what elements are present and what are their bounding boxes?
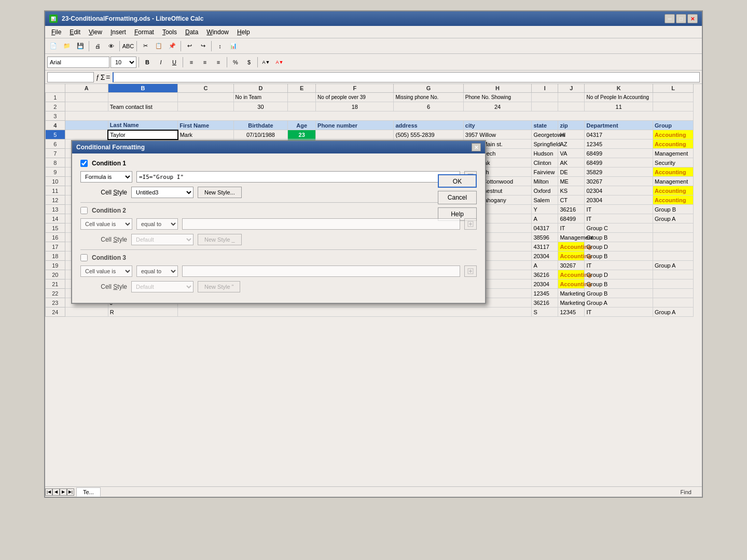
condition-3-ref-btn[interactable] <box>464 265 477 277</box>
cell-J14[interactable]: 68499 <box>558 214 585 223</box>
cell-K24[interactable]: IT <box>585 307 653 317</box>
condition-3-value-input[interactable] <box>182 265 460 277</box>
cell-K18[interactable]: Group B <box>585 251 653 261</box>
close-btn[interactable]: ✕ <box>687 14 698 23</box>
cell-L17[interactable] <box>653 242 694 251</box>
cell-K19[interactable]: IT <box>585 261 653 270</box>
cell-I20[interactable]: 36216 <box>532 270 558 279</box>
cell-L7[interactable]: Management <box>653 149 694 158</box>
cell-H2[interactable]: 24 <box>463 102 532 111</box>
sum-btn[interactable]: Σ <box>101 73 105 81</box>
cell-I5[interactable]: Georgetown <box>532 130 558 139</box>
col-D[interactable]: D <box>233 84 288 93</box>
cell-K23[interactable]: Group A <box>585 298 653 307</box>
cell-A24[interactable] <box>65 307 108 317</box>
condition-3-new-style-btn[interactable]: New Style " <box>198 281 240 292</box>
bg-color-btn[interactable]: A▼ <box>260 56 272 68</box>
cell-I21[interactable]: 20304 <box>532 279 558 289</box>
cell-G1[interactable]: Missing phone No. <box>394 93 463 102</box>
bold-btn[interactable]: B <box>141 56 154 68</box>
cell-K11[interactable]: 02304 <box>585 186 653 195</box>
cell-K16[interactable]: Group B <box>585 233 653 242</box>
cell-I23[interactable]: 36216 <box>532 298 558 307</box>
cell-K1[interactable]: No of People In Accounting <box>585 93 653 102</box>
cell-J21[interactable]: Accounting <box>558 279 585 289</box>
col-E[interactable]: E <box>288 84 316 93</box>
open-btn[interactable]: 📁 <box>61 40 73 52</box>
menu-format[interactable]: Format <box>130 27 158 37</box>
cell-K9[interactable]: 35829 <box>585 167 653 177</box>
percent-btn[interactable]: % <box>229 56 242 68</box>
spell-btn[interactable]: ABC <box>122 40 134 52</box>
cell-K15[interactable]: Group C <box>585 223 653 233</box>
cell-I1[interactable] <box>532 93 558 102</box>
function-wizard-btn[interactable]: ƒ <box>96 74 100 81</box>
paste-btn[interactable]: 📌 <box>166 40 178 52</box>
cell-I12[interactable]: Salem <box>532 195 558 205</box>
condition-2-new-style-btn[interactable]: New Style _ <box>198 234 242 245</box>
ok-button[interactable]: OK <box>438 174 477 188</box>
cell-K4[interactable]: Department <box>585 121 653 130</box>
col-K[interactable]: K <box>585 84 653 93</box>
cell-I14[interactable]: A <box>532 214 558 223</box>
minimize-btn[interactable]: ─ <box>665 14 675 23</box>
cell-I19[interactable]: A <box>532 261 558 270</box>
underline-btn[interactable]: U <box>168 56 181 68</box>
cell-D4[interactable]: Birthdate <box>233 121 288 130</box>
cell-A1[interactable] <box>65 93 108 102</box>
cell-A5[interactable] <box>65 130 108 139</box>
cell-C1[interactable] <box>178 93 233 102</box>
cell-J23[interactable]: Marketing <box>558 298 585 307</box>
cell-K12[interactable]: 20304 <box>585 195 653 205</box>
cell-J24[interactable]: 12345 <box>558 307 585 317</box>
cell-I6[interactable]: Springfield <box>532 139 558 149</box>
col-G[interactable]: G <box>394 84 463 93</box>
menu-help[interactable]: Help <box>233 27 254 37</box>
condition-1-checkbox[interactable] <box>80 160 88 167</box>
cell-K10[interactable]: 30267 <box>585 177 653 186</box>
cell-B1[interactable] <box>108 93 177 102</box>
col-L[interactable]: L <box>653 84 694 93</box>
condition-2-style-select[interactable]: Default <box>131 234 193 245</box>
cell-L15[interactable] <box>653 223 694 233</box>
undo-btn[interactable]: ↩ <box>183 40 196 52</box>
cell-L12[interactable]: Accounting <box>653 195 694 205</box>
cell-I15[interactable]: 04317 <box>532 223 558 233</box>
cell-B5[interactable]: Taylor <box>108 130 177 139</box>
font-size-select[interactable]: 10 <box>110 57 136 68</box>
cell-K7[interactable]: 68499 <box>585 149 653 158</box>
cell-K14[interactable]: IT <box>585 214 653 223</box>
cell-I4[interactable]: state <box>532 121 558 130</box>
cell-B24[interactable]: R <box>108 307 177 317</box>
cut-btn[interactable]: ✂ <box>139 40 151 52</box>
cell-J12[interactable]: CT <box>558 195 585 205</box>
condition-1-type-select[interactable]: Formula is <box>80 171 132 183</box>
redo-btn[interactable]: ↪ <box>197 40 209 52</box>
cell-G4[interactable]: address <box>394 121 463 130</box>
cell-J13[interactable]: 36216 <box>558 205 585 214</box>
condition-1-new-style-btn[interactable]: New Style... <box>198 187 242 198</box>
first-sheet-btn[interactable]: |◀ <box>45 488 52 496</box>
cell-L18[interactable] <box>653 251 694 261</box>
cell-L21[interactable] <box>653 279 694 289</box>
cell-I2[interactable] <box>532 102 558 111</box>
cell-J7[interactable]: VA <box>558 149 585 158</box>
menu-edit[interactable]: Edit <box>65 27 85 37</box>
cell-I17[interactable]: 43117 <box>532 242 558 251</box>
cell-K22[interactable]: Group B <box>585 289 653 298</box>
cell-J9[interactable]: DE <box>558 167 585 177</box>
menu-insert[interactable]: Insert <box>106 27 130 37</box>
font-color-btn[interactable]: A▼ <box>273 56 286 68</box>
cell-J20[interactable]: Accounting <box>558 270 585 279</box>
cell-C4[interactable]: First Name <box>178 121 233 130</box>
cell-F1[interactable]: No of people over 39 <box>316 93 394 102</box>
cell-E5[interactable]: 23 <box>288 130 316 139</box>
condition-2-value-input[interactable] <box>182 218 460 230</box>
cell-G2[interactable]: 6 <box>394 102 463 111</box>
cell-J16[interactable]: Management <box>558 233 585 242</box>
cell-J8[interactable]: AK <box>558 158 585 167</box>
col-F[interactable]: F <box>316 84 394 93</box>
cell-K8[interactable]: 68499 <box>585 158 653 167</box>
cell-J5[interactable]: HI <box>558 130 585 139</box>
cell-H1[interactable]: Phone No. Showing <box>463 93 532 102</box>
